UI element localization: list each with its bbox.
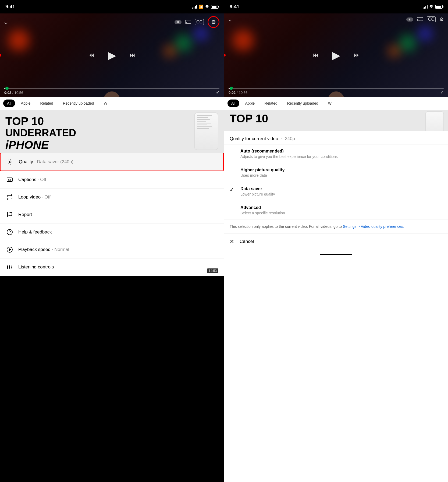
quality-option-higher[interactable]: Higher picture quality Uses more data: [224, 163, 448, 182]
pause-button-right[interactable]: ⏸: [406, 17, 413, 22]
status-time-left: 9:41: [5, 4, 15, 10]
tab-w[interactable]: W: [100, 100, 111, 107]
quality-sheet-title: Quality for current video: [230, 136, 278, 141]
time-current-right: 0:02: [229, 91, 236, 95]
video-thumbnail[interactable]: TOP 10 UNDERRATED iPHONE: [0, 110, 224, 153]
gear-icon: ⚙: [211, 19, 216, 25]
pause-button[interactable]: ⏸: [175, 20, 182, 24]
settings-link[interactable]: Settings > Video quality preferences.: [343, 224, 404, 229]
chevron-down-icon-right[interactable]: ⌵: [229, 16, 232, 23]
fullscreen-button[interactable]: ⤢: [216, 90, 219, 95]
quality-notice: This selection only applies to the curre…: [224, 220, 448, 233]
scrubber-dot: [0, 54, 1, 56]
svg-rect-15: [7, 266, 8, 268]
playback-menu-icon: [5, 245, 14, 254]
quality-option-auto[interactable]: Auto (recommended) Adjusts to give you t…: [224, 144, 448, 163]
home-bar: [320, 254, 352, 255]
video-player-right[interactable]: ⌵ ⏸ CC ⚙ ⏮ ▶ ⏭: [224, 13, 448, 97]
video-controls-top: ⌵ ⏸ CC ⚙: [0, 16, 224, 28]
quality-dot: ·: [281, 136, 282, 141]
svg-point-7: [7, 229, 12, 235]
video-play-controls: ⏮ ▶ ⏭: [0, 49, 224, 61]
loop-label: Loop video · Off: [18, 194, 51, 200]
thumbnail-right: TOP 10: [224, 110, 448, 131]
svg-marker-10: [9, 249, 11, 251]
menu-item-playback[interactable]: Playback speed · Normal: [0, 241, 224, 258]
tab-all-right[interactable]: All: [227, 100, 239, 107]
progress-bar-container[interactable]: [0, 88, 224, 89]
prev-button[interactable]: ⏮: [88, 52, 94, 59]
menu-item-quality[interactable]: Quality · Data saver (240p): [0, 153, 224, 171]
tab-related-right[interactable]: Related: [261, 100, 281, 107]
prev-button-right[interactable]: ⏮: [313, 52, 319, 59]
help-menu-icon: [5, 228, 14, 236]
menu-item-report[interactable]: Report: [0, 206, 224, 224]
svg-point-0: [207, 8, 207, 8]
advanced-desc: Select a specific resolution: [240, 211, 443, 215]
top-right-controls: ⏸ CC ⚙: [175, 16, 219, 28]
svg-point-18: [431, 8, 432, 8]
time-total: 10:56: [15, 91, 23, 95]
captions-label: Captions · Off: [18, 177, 46, 182]
tab-related[interactable]: Related: [36, 100, 57, 107]
chevron-down-icon[interactable]: ⌵: [4, 19, 8, 25]
next-button-right[interactable]: ⏭: [354, 52, 360, 59]
cast-icon-right[interactable]: [417, 16, 423, 23]
tab-apple[interactable]: Apple: [17, 100, 34, 107]
loop-menu-icon: [5, 193, 14, 201]
menu-item-listening[interactable]: Listening controls: [0, 258, 224, 276]
playback-label: Playback speed · Normal: [18, 247, 69, 252]
advanced-check: [230, 205, 240, 206]
gear-icon-right[interactable]: ⚙: [439, 16, 444, 22]
menu-item-loop[interactable]: Loop video · Off: [0, 189, 224, 206]
svg-rect-16: [9, 266, 10, 268]
category-tabs: All Apple Related Recently uploaded W: [0, 97, 224, 110]
tab-recently-uploaded[interactable]: Recently uploaded: [59, 100, 98, 107]
quality-option-advanced[interactable]: Advanced Select a specific resolution: [224, 201, 448, 220]
auto-title: Auto (recommended): [240, 149, 443, 154]
auto-check: [230, 149, 240, 149]
video-player-left[interactable]: ⌵ ⏸ CC ⚙: [0, 13, 224, 97]
tab-w-right[interactable]: W: [324, 100, 335, 107]
battery-icon-right: [435, 5, 443, 9]
report-label: Report: [18, 212, 32, 217]
equalizer-menu-icon: [5, 263, 14, 271]
video-controls-top-right: ⌵ ⏸ CC ⚙: [224, 16, 448, 23]
quality-option-datasaver[interactable]: ✓ Data saver Lower picture quality: [224, 182, 448, 201]
right-panel: 9:41: [224, 0, 448, 482]
auto-desc: Adjusts to give you the best experience …: [240, 154, 443, 159]
tab-all[interactable]: All: [3, 100, 15, 107]
play-button[interactable]: ▶: [108, 49, 116, 61]
datasaver-check: ✓: [230, 186, 240, 193]
category-tabs-right: All Apple Related Recently uploaded W: [224, 97, 448, 110]
cast-icon[interactable]: [185, 19, 191, 25]
video-time-right: 0:02 / 10:56: [229, 91, 247, 95]
svg-rect-19: [417, 17, 423, 21]
flag-menu-icon: [5, 210, 14, 219]
listening-label: Listening controls: [18, 264, 54, 270]
status-bar-left: 9:41 📶: [0, 0, 224, 13]
higher-desc: Uses more data: [240, 173, 443, 178]
next-button[interactable]: ⏭: [130, 52, 136, 59]
settings-button[interactable]: ⚙: [208, 16, 219, 28]
menu-item-captions[interactable]: CC Captions · Off: [0, 171, 224, 189]
home-indicator: [224, 250, 448, 259]
cancel-label: Cancel: [240, 239, 254, 244]
cc-icon[interactable]: CC: [195, 19, 204, 25]
wifi-icon: 📶: [199, 5, 203, 9]
thumbnail-text: TOP 10 UNDERRATED iPHONE: [5, 115, 76, 151]
tab-apple-right[interactable]: Apple: [241, 100, 259, 107]
wifi-icon-svg: [205, 5, 209, 8]
play-button-right[interactable]: ▶: [332, 49, 340, 61]
menu-item-help[interactable]: Help & feedback: [0, 224, 224, 241]
cancel-button[interactable]: ✕ Cancel: [224, 233, 448, 250]
close-icon: ✕: [230, 238, 234, 245]
signal-icon: [192, 5, 197, 9]
fullscreen-button-right[interactable]: ⤢: [440, 90, 444, 95]
cc-icon-right[interactable]: CC: [427, 16, 436, 22]
progress-bar-container-right[interactable]: [224, 88, 448, 89]
tab-recently-uploaded-right[interactable]: Recently uploaded: [283, 100, 322, 107]
signal-icon-right: [423, 5, 428, 9]
status-icons-right: [423, 5, 443, 9]
thumbnail-phone-right: [425, 111, 444, 131]
